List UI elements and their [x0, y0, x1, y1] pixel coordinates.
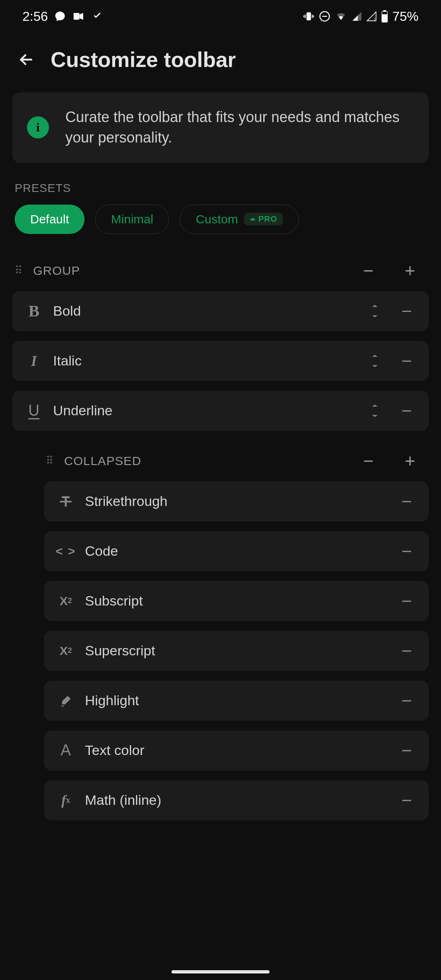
signal-2-icon: ! [366, 11, 377, 22]
item-remove-button[interactable]: − [394, 589, 419, 613]
highlight-icon [54, 693, 78, 708]
toolbar-item-math[interactable]: fx Math (inline) − [44, 780, 429, 820]
item-label: Highlight [78, 693, 387, 708]
toolbar-item-highlight[interactable]: Highlight − [44, 681, 429, 721]
sort-handle-icon[interactable] [363, 299, 387, 323]
status-battery: 75% [392, 9, 419, 24]
toolbar-item-bold[interactable]: B Bold − [12, 291, 429, 331]
svg-text:!: ! [374, 17, 375, 22]
code-icon: < > [54, 544, 78, 558]
group-remove-button[interactable]: − [352, 449, 385, 473]
item-remove-button[interactable]: − [394, 738, 419, 763]
info-text: Curate the toolbar that fits your needs … [65, 107, 414, 148]
preset-label: Default [30, 212, 69, 226]
preset-label: Custom [196, 212, 238, 226]
item-label: Bold [46, 303, 363, 319]
svg-rect-7 [383, 10, 386, 12]
item-label: Strikethrough [78, 493, 387, 509]
textcolor-icon: A [54, 742, 78, 759]
item-remove-button[interactable]: − [394, 788, 419, 813]
item-label: Underline [46, 403, 363, 419]
group-add-button[interactable]: + [394, 449, 426, 473]
group-remove-button[interactable]: − [352, 258, 385, 283]
sort-handle-icon[interactable] [363, 349, 387, 373]
presets-row: Default Minimal Custom PRO [0, 200, 441, 250]
math-icon: fx [54, 793, 78, 808]
item-remove-button[interactable]: − [394, 349, 419, 373]
toolbar-item-code[interactable]: < > Code − [44, 531, 429, 571]
svg-rect-1 [307, 13, 311, 20]
info-icon: i [27, 116, 49, 138]
item-label: Text color [78, 742, 387, 758]
svg-rect-11 [60, 501, 72, 502]
group-items: B Bold − I Italic − U Underline − [0, 291, 441, 431]
group-add-button[interactable]: + [394, 258, 426, 283]
item-remove-button[interactable]: − [394, 539, 419, 564]
drag-handle-icon[interactable]: ⠿ [15, 268, 24, 273]
group-header-collapsed: ⠿ COLLAPSED − + [0, 441, 441, 481]
outlook-icon [72, 11, 85, 22]
svg-rect-8 [382, 12, 388, 14]
group-header: ⠿ GROUP − + [0, 250, 441, 291]
sort-handle-icon[interactable] [363, 399, 387, 423]
item-remove-button[interactable]: − [394, 399, 419, 423]
item-remove-button[interactable]: − [394, 688, 419, 713]
drag-handle-icon[interactable]: ⠿ [46, 458, 55, 463]
svg-rect-4 [360, 18, 361, 20]
italic-icon: I [22, 352, 46, 370]
group-title: GROUP [33, 264, 343, 278]
group-items-collapsed: Strikethrough − < > Code − X2 Subscript … [0, 481, 441, 820]
page-title: Customize toolbar [51, 47, 236, 72]
item-label: Code [78, 543, 387, 559]
dnd-icon [319, 11, 330, 22]
battery-icon [381, 10, 388, 22]
nav-handle[interactable] [172, 970, 270, 973]
status-bar: 2:56 ! 75% [0, 0, 441, 33]
toolbar-item-superscript[interactable]: X2 Superscript − [44, 631, 429, 671]
toolbar-item-strikethrough[interactable]: Strikethrough − [44, 481, 429, 521]
preset-label: Minimal [111, 212, 153, 226]
item-remove-button[interactable]: − [394, 299, 419, 323]
item-label: Italic [46, 353, 363, 369]
item-label: Subscript [78, 593, 387, 609]
group-title: COLLAPSED [64, 454, 343, 468]
wifi-icon [334, 11, 347, 22]
signal-1-icon [352, 11, 362, 22]
back-button[interactable] [16, 50, 36, 69]
superscript-icon: X2 [54, 644, 78, 658]
info-banner: i Curate the toolbar that fits your need… [12, 92, 429, 163]
bold-icon: B [22, 301, 46, 321]
underline-icon: U [22, 402, 46, 419]
status-time: 2:56 [22, 9, 48, 24]
check-icon [91, 11, 103, 21]
item-remove-button[interactable]: − [394, 489, 419, 514]
preset-minimal[interactable]: Minimal [95, 205, 169, 234]
toolbar-item-underline[interactable]: U Underline − [12, 391, 429, 431]
preset-default[interactable]: Default [15, 205, 85, 234]
subscript-icon: X2 [54, 594, 78, 608]
preset-custom[interactable]: Custom PRO [180, 205, 299, 234]
item-label: Superscript [78, 643, 387, 659]
toolbar-item-italic[interactable]: I Italic − [12, 341, 429, 381]
item-label: Math (inline) [78, 792, 387, 808]
presets-label: PRESETS [0, 171, 441, 200]
header: Customize toolbar [0, 33, 441, 84]
toolbar-item-textcolor[interactable]: A Text color − [44, 731, 429, 771]
toolbar-item-subscript[interactable]: X2 Subscript − [44, 581, 429, 621]
pro-badge: PRO [244, 213, 283, 225]
svg-rect-0 [74, 13, 80, 20]
strikethrough-icon [54, 494, 78, 509]
chat-icon [54, 11, 66, 22]
vibrate-icon [303, 11, 315, 22]
item-remove-button[interactable]: − [394, 639, 419, 663]
